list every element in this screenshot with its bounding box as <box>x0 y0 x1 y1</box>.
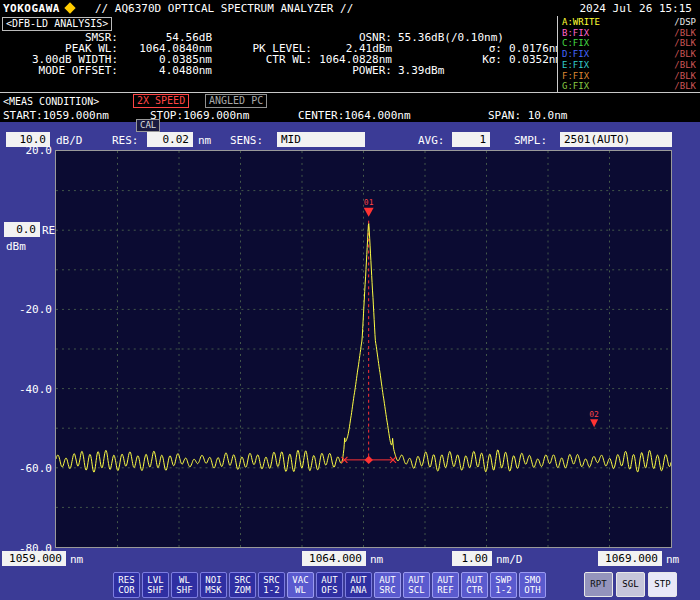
x-center-value: 1064.000 <box>302 551 366 566</box>
stop-value: 1069.000nm <box>183 109 249 122</box>
softkey-aut-scl[interactable]: AUTSCL <box>403 572 430 598</box>
x-per-div-value: 1.00 <box>452 551 492 566</box>
trace-status-e: E:FIX/BLK <box>558 60 700 70</box>
trace-name: D:FIX <box>562 49 589 59</box>
y-label-minus40: -40.0 <box>10 383 52 396</box>
trace-display-mode: /BLK <box>674 60 696 70</box>
mode-offset-value: 4.0480nm <box>120 65 212 76</box>
ksigma-value: 0.0352nm <box>480 54 562 65</box>
trace-display-mode: /BLK <box>674 71 696 81</box>
softkey-aut-src[interactable]: AUTSRC <box>374 572 401 598</box>
spectrum-chart: 0102 <box>55 150 672 548</box>
sens-label: SENS: <box>230 134 263 147</box>
peak-marker <box>364 208 374 217</box>
osa-screen: YOKOGAWA // AQ6370D OPTICAL SPECTRUM ANA… <box>0 0 700 600</box>
ref-level-value: 0.0 <box>4 222 40 237</box>
softkey-aut-ofs[interactable]: AUTOFS <box>316 572 343 598</box>
trace-display-mode: /BLK <box>674 28 696 38</box>
x-start-value: 1059.000 <box>2 551 66 566</box>
ctr-wl-label: CTR WL: <box>220 54 312 65</box>
res-label: RES: <box>112 134 139 147</box>
start-value: 1059.000nm <box>43 109 109 122</box>
trace-status-panel: A:WRITE/DSPB:FIX/BLKC:FIX/BLKD:FIX/BLKE:… <box>557 16 700 92</box>
y-axis-unit: dBm <box>6 240 26 253</box>
trace-status-f: F:FIX/BLK <box>558 71 700 81</box>
res-value: 0.02 <box>147 132 193 147</box>
smpl-label: SMPL: <box>514 134 547 147</box>
softkey-aut-ctr[interactable]: AUTCTR <box>461 572 488 598</box>
start-label: START: <box>3 109 43 122</box>
power-label: POWER: <box>300 65 392 76</box>
side-mode-marker <box>590 419 598 427</box>
span-setting: SPAN: 10.0nm <box>488 109 567 122</box>
softkey-src-zom[interactable]: SRCZOM <box>229 572 256 598</box>
trace-status-g: G:FIX/BLK <box>558 81 700 91</box>
meas-condition-title: <MEAS CONDITION> <box>3 96 99 107</box>
x-start-unit: nm <box>70 553 83 566</box>
trace-a-line <box>56 224 671 472</box>
avg-value: 1 <box>452 132 490 147</box>
connector-badge: ANGLED PC <box>205 94 267 108</box>
softkey-res-cor[interactable]: RESCOR <box>113 572 140 598</box>
softkey-lvl-shf[interactable]: LVLSHF <box>142 572 169 598</box>
y-label-minus60: -60.0 <box>10 462 52 475</box>
yokogawa-emblem-icon <box>64 2 75 13</box>
trace-status-d: D:FIX/BLK <box>558 49 700 59</box>
single-sweep-button[interactable]: SGL <box>616 572 645 597</box>
speed-badge: 2X SPEED <box>133 94 189 108</box>
yokogawa-logo: YOKOGAWA <box>3 2 60 15</box>
trace-status-c: C:FIX/BLK <box>558 38 700 48</box>
sens-value: MID <box>277 132 365 147</box>
peak-marker-label: 01 <box>364 198 374 207</box>
x-stop-value: 1069.000 <box>598 551 662 566</box>
softkey-aut-ana[interactable]: AUTANA <box>345 572 372 598</box>
trace-name: C:FIX <box>562 38 589 48</box>
x-stop-unit: nm <box>666 553 679 566</box>
softkey-src-1-2[interactable]: SRC1-2 <box>258 572 285 598</box>
title-bar: YOKOGAWA // AQ6370D OPTICAL SPECTRUM ANA… <box>0 0 700 16</box>
screen-title: // AQ6370D OPTICAL SPECTRUM ANALYZER // <box>95 2 353 15</box>
db-per-div-unit: dB/D <box>56 134 83 147</box>
trace-display-mode: /DSP <box>674 17 696 27</box>
analysis-panel-title: <DFB-LD ANALYSIS> <box>2 17 112 31</box>
side-mode-marker-label: 02 <box>589 410 599 419</box>
trace-display-mode: /BLK <box>674 49 696 59</box>
trace-name: G:FIX <box>562 81 589 91</box>
trace-name: B:FIX <box>562 28 589 38</box>
trace-status-a: A:WRITE/DSP <box>558 17 700 27</box>
trace-display-mode: /BLK <box>674 38 696 48</box>
trace-name: F:FIX <box>562 71 589 81</box>
cal-badge: CAL <box>136 119 160 132</box>
smpl-value: 2501(AUTO) <box>560 132 672 147</box>
res-unit: nm <box>198 134 211 147</box>
avg-label: AVG: <box>418 134 445 147</box>
center-label: CENTER: <box>298 109 344 122</box>
softkey-wl-shf[interactable]: WLSHF <box>171 572 198 598</box>
softkey-swp-1-2[interactable]: SWP1-2 <box>490 572 517 598</box>
span-label: SPAN: <box>488 109 521 122</box>
softkey-noi-msk[interactable]: NOIMSK <box>200 572 227 598</box>
x-per-div-unit: nm/D <box>496 553 523 566</box>
start-wavelength: START:1059.000nm <box>3 109 109 122</box>
trace-name: A:WRITE <box>562 17 600 27</box>
dfb-ld-analysis-panel: <DFB-LD ANALYSIS> SMSR: 54.56dB OSNR: 55… <box>0 16 556 92</box>
trace-name: E:FIX <box>562 60 589 70</box>
center-value: 1064.000nm <box>344 109 410 122</box>
y-label-20: 20.0 <box>10 144 52 157</box>
softkey-smo-oth[interactable]: SMOOTH <box>519 572 546 598</box>
stop-sweep-button[interactable]: STP <box>648 572 677 597</box>
span-value: 10.0nm <box>521 109 567 122</box>
spectrum-plot: 0102 <box>56 151 671 547</box>
width-center-marker <box>364 456 372 464</box>
softkey-vac-wl[interactable]: VACWL <box>287 572 314 598</box>
y-label-minus20: -20.0 <box>10 303 52 316</box>
separator-line <box>0 92 700 93</box>
center-wavelength: CENTER:1064.000nm <box>298 109 411 122</box>
softkey-aut-ref[interactable]: AUTREF <box>432 572 459 598</box>
repeat-sweep-button[interactable]: RPT <box>584 572 613 597</box>
meas-condition-panel: <MEAS CONDITION> 2X SPEED ANGLED PC STAR… <box>0 94 700 122</box>
mode-offset-label: MODE OFFSET: <box>0 65 118 76</box>
power-value: 3.39dBm <box>398 65 444 76</box>
trace-status-b: B:FIX/BLK <box>558 28 700 38</box>
stop-wavelength: STOP:1069.000nm <box>150 109 249 122</box>
